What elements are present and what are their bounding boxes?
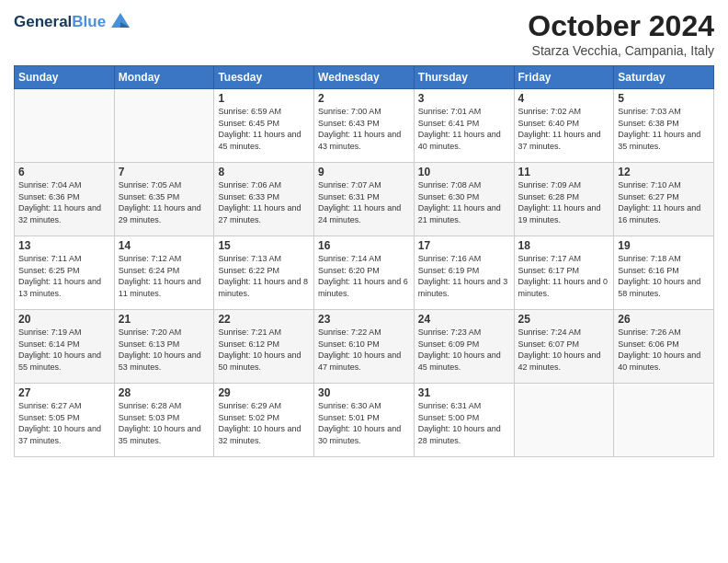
day-number: 31 [418, 386, 510, 399]
day-cell: 9Sunrise: 7:07 AM Sunset: 6:31 PM Daylig… [314, 163, 415, 236]
week-row-1: 1Sunrise: 6:59 AM Sunset: 6:45 PM Daylig… [15, 89, 714, 163]
day-cell [514, 384, 614, 457]
day-info: Sunrise: 6:59 AM Sunset: 6:45 PM Dayligh… [218, 106, 310, 152]
day-cell: 24Sunrise: 7:23 AM Sunset: 6:09 PM Dayli… [414, 310, 514, 384]
day-info: Sunrise: 7:13 AM Sunset: 6:22 PM Dayligh… [218, 253, 310, 299]
day-info: Sunrise: 7:23 AM Sunset: 6:09 PM Dayligh… [418, 327, 510, 373]
day-number: 15 [218, 239, 310, 252]
day-cell [614, 384, 714, 457]
day-info: Sunrise: 7:14 AM Sunset: 6:20 PM Dayligh… [318, 253, 410, 299]
day-cell: 1Sunrise: 6:59 AM Sunset: 6:45 PM Daylig… [214, 89, 314, 163]
day-number: 24 [418, 313, 510, 326]
day-info: Sunrise: 7:22 AM Sunset: 6:10 PM Dayligh… [318, 327, 410, 373]
day-number: 8 [218, 166, 310, 178]
day-number: 28 [119, 386, 210, 399]
day-number: 23 [318, 313, 410, 326]
day-number: 9 [318, 166, 410, 178]
day-info: Sunrise: 7:12 AM Sunset: 6:24 PM Dayligh… [119, 253, 210, 299]
logo-text: GeneralBlue [14, 13, 106, 31]
day-cell: 12Sunrise: 7:10 AM Sunset: 6:27 PM Dayli… [614, 163, 714, 236]
day-number: 14 [119, 239, 210, 252]
day-info: Sunrise: 7:16 AM Sunset: 6:19 PM Dayligh… [418, 253, 510, 299]
day-number: 6 [18, 166, 110, 178]
day-number: 7 [119, 166, 210, 178]
header: GeneralBlue October 2024 Starza Vecchia,… [14, 9, 714, 58]
header-cell-saturday: Saturday [614, 66, 714, 89]
logo-blue-text: Blue [72, 13, 106, 30]
day-cell: 19Sunrise: 7:18 AM Sunset: 6:16 PM Dayli… [614, 236, 714, 310]
day-cell: 22Sunrise: 7:21 AM Sunset: 6:12 PM Dayli… [214, 310, 314, 384]
day-cell: 4Sunrise: 7:02 AM Sunset: 6:40 PM Daylig… [514, 89, 614, 163]
day-number: 12 [618, 166, 710, 178]
day-cell: 17Sunrise: 7:16 AM Sunset: 6:19 PM Dayli… [414, 236, 514, 310]
week-row-2: 6Sunrise: 7:04 AM Sunset: 6:36 PM Daylig… [15, 163, 714, 236]
day-info: Sunrise: 7:04 AM Sunset: 6:36 PM Dayligh… [18, 179, 110, 225]
day-info: Sunrise: 7:03 AM Sunset: 6:38 PM Dayligh… [618, 106, 710, 152]
day-info: Sunrise: 7:20 AM Sunset: 6:13 PM Dayligh… [119, 327, 210, 373]
header-cell-tuesday: Tuesday [214, 66, 314, 89]
week-row-5: 27Sunrise: 6:27 AM Sunset: 5:05 PM Dayli… [15, 384, 714, 457]
calendar-table: SundayMondayTuesdayWednesdayThursdayFrid… [14, 65, 714, 457]
day-info: Sunrise: 7:09 AM Sunset: 6:28 PM Dayligh… [518, 179, 610, 225]
day-cell: 18Sunrise: 7:17 AM Sunset: 6:17 PM Dayli… [514, 236, 614, 310]
day-number: 30 [318, 386, 410, 399]
day-cell: 8Sunrise: 7:06 AM Sunset: 6:33 PM Daylig… [214, 163, 314, 236]
day-cell: 13Sunrise: 7:11 AM Sunset: 6:25 PM Dayli… [15, 236, 115, 310]
day-info: Sunrise: 6:28 AM Sunset: 5:03 PM Dayligh… [119, 400, 210, 446]
day-number: 27 [18, 386, 110, 399]
day-number: 3 [418, 92, 510, 105]
day-info: Sunrise: 7:11 AM Sunset: 6:25 PM Dayligh… [18, 253, 110, 299]
header-cell-thursday: Thursday [414, 66, 514, 89]
day-info: Sunrise: 7:17 AM Sunset: 6:17 PM Dayligh… [518, 253, 610, 299]
day-number: 20 [18, 313, 110, 326]
day-cell: 11Sunrise: 7:09 AM Sunset: 6:28 PM Dayli… [514, 163, 614, 236]
day-cell: 28Sunrise: 6:28 AM Sunset: 5:03 PM Dayli… [114, 384, 214, 457]
day-cell: 3Sunrise: 7:01 AM Sunset: 6:41 PM Daylig… [414, 89, 514, 163]
day-cell: 21Sunrise: 7:20 AM Sunset: 6:13 PM Dayli… [114, 310, 214, 384]
calendar-page: GeneralBlue October 2024 Starza Vecchia,… [0, 0, 728, 563]
day-info: Sunrise: 7:07 AM Sunset: 6:31 PM Dayligh… [318, 179, 410, 225]
day-cell: 14Sunrise: 7:12 AM Sunset: 6:24 PM Dayli… [114, 236, 214, 310]
day-number: 18 [518, 239, 610, 252]
logo-icon [108, 9, 133, 35]
day-info: Sunrise: 7:19 AM Sunset: 6:14 PM Dayligh… [18, 327, 110, 373]
day-number: 13 [18, 239, 110, 252]
day-cell: 31Sunrise: 6:31 AM Sunset: 5:00 PM Dayli… [414, 384, 514, 457]
day-cell: 20Sunrise: 7:19 AM Sunset: 6:14 PM Dayli… [15, 310, 115, 384]
subtitle: Starza Vecchia, Campania, Italy [528, 43, 714, 58]
day-number: 22 [218, 313, 310, 326]
day-info: Sunrise: 6:27 AM Sunset: 5:05 PM Dayligh… [18, 400, 110, 446]
day-number: 26 [618, 313, 710, 326]
day-info: Sunrise: 6:31 AM Sunset: 5:00 PM Dayligh… [418, 400, 510, 446]
header-cell-wednesday: Wednesday [314, 66, 415, 89]
day-cell: 27Sunrise: 6:27 AM Sunset: 5:05 PM Dayli… [15, 384, 115, 457]
day-number: 1 [218, 92, 310, 105]
day-cell: 30Sunrise: 6:30 AM Sunset: 5:01 PM Dayli… [314, 384, 415, 457]
day-cell: 26Sunrise: 7:26 AM Sunset: 6:06 PM Dayli… [614, 310, 714, 384]
day-cell: 10Sunrise: 7:08 AM Sunset: 6:30 PM Dayli… [414, 163, 514, 236]
title-section: October 2024 Starza Vecchia, Campania, I… [528, 9, 714, 58]
day-number: 11 [518, 166, 610, 178]
day-cell: 29Sunrise: 6:29 AM Sunset: 5:02 PM Dayli… [214, 384, 314, 457]
header-cell-friday: Friday [514, 66, 614, 89]
day-number: 2 [318, 92, 410, 105]
day-cell: 7Sunrise: 7:05 AM Sunset: 6:35 PM Daylig… [114, 163, 214, 236]
day-info: Sunrise: 7:06 AM Sunset: 6:33 PM Dayligh… [218, 179, 310, 225]
day-info: Sunrise: 7:18 AM Sunset: 6:16 PM Dayligh… [618, 253, 710, 299]
day-info: Sunrise: 7:01 AM Sunset: 6:41 PM Dayligh… [418, 106, 510, 152]
day-cell: 23Sunrise: 7:22 AM Sunset: 6:10 PM Dayli… [314, 310, 415, 384]
day-cell [114, 89, 214, 163]
day-number: 21 [119, 313, 210, 326]
day-number: 5 [618, 92, 710, 105]
day-cell: 5Sunrise: 7:03 AM Sunset: 6:38 PM Daylig… [614, 89, 714, 163]
day-info: Sunrise: 7:10 AM Sunset: 6:27 PM Dayligh… [618, 179, 710, 225]
week-row-4: 20Sunrise: 7:19 AM Sunset: 6:14 PM Dayli… [15, 310, 714, 384]
day-info: Sunrise: 7:08 AM Sunset: 6:30 PM Dayligh… [418, 179, 510, 225]
day-number: 29 [218, 386, 310, 399]
day-number: 4 [518, 92, 610, 105]
day-cell: 16Sunrise: 7:14 AM Sunset: 6:20 PM Dayli… [314, 236, 415, 310]
header-cell-monday: Monday [114, 66, 214, 89]
day-number: 17 [418, 239, 510, 252]
logo: GeneralBlue [14, 9, 133, 35]
day-number: 25 [518, 313, 610, 326]
